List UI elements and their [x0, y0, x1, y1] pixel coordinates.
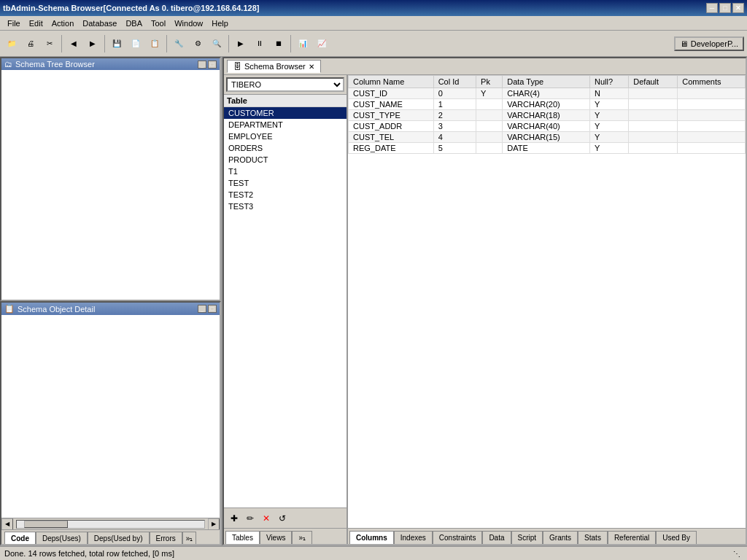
table-item-product[interactable]: PRODUCT: [224, 154, 347, 166]
schema-browser-close[interactable]: ✕: [309, 63, 314, 71]
table-list-header: Table: [224, 95, 347, 107]
schema-browser-body: TIBERO Table CUSTOMER DEPARTMENT EMPLOYE…: [224, 75, 746, 544]
schema-detail-content[interactable]: [1, 315, 220, 518]
menu-dba[interactable]: DBA: [121, 18, 147, 29]
table-item-orders[interactable]: ORDERS: [224, 142, 347, 154]
table-item-test3[interactable]: TEST3: [224, 201, 347, 212]
dgtab-grants[interactable]: Grants: [543, 531, 578, 544]
developer-button[interactable]: 🖥 DeveloperP...: [674, 36, 744, 51]
table-row[interactable]: CUST_TYPE2VARCHAR(18)Y: [349, 110, 746, 121]
toolbar-btn-12[interactable]: ▶: [232, 35, 249, 52]
schema-tree-maximize[interactable]: □: [208, 61, 217, 69]
schema-tree-title: Schema Tree Browser: [15, 60, 95, 69]
table-item-customer[interactable]: CUSTOMER: [224, 107, 347, 119]
table-item-test2[interactable]: TEST2: [224, 189, 347, 201]
table-row[interactable]: CUST_ADDR3VARCHAR(40)Y: [349, 121, 746, 132]
toolbar-btn-7[interactable]: 📄: [127, 35, 144, 52]
schema-tree-title-bar: 🗂 Schema Tree Browser: [4, 60, 95, 69]
tab-deps-used-by[interactable]: Deps(Used by): [88, 532, 150, 544]
left-panel: 🗂 Schema Tree Browser _ □ 📋 Schema Objec…: [0, 57, 222, 545]
dgtab-constraints[interactable]: Constraints: [433, 531, 483, 544]
table-item-department[interactable]: DEPARTMENT: [224, 119, 347, 131]
toolbar-btn-4[interactable]: ◀: [65, 35, 82, 52]
cell-pk: [476, 110, 503, 121]
toolbar-right: 🖥 DeveloperP...: [674, 36, 744, 51]
table-row[interactable]: CUST_ID0YCHAR(4)N: [349, 88, 746, 99]
dgtab-indexes[interactable]: Indexes: [394, 531, 433, 544]
table-row[interactable]: CUST_NAME1VARCHAR(20)Y: [349, 99, 746, 110]
toolbar-btn-9[interactable]: 🔧: [170, 35, 187, 52]
table-list-content[interactable]: CUSTOMER DEPARTMENT EMPLOYEE ORDERS PROD…: [224, 107, 347, 508]
table-item-t1[interactable]: T1: [224, 166, 347, 177]
tl-delete-btn[interactable]: ✕: [259, 511, 274, 526]
toolbar-btn-15[interactable]: 📊: [294, 35, 311, 52]
cell-col_id: 2: [433, 110, 476, 121]
schema-tree-content[interactable]: [1, 70, 220, 300]
table-item-test[interactable]: TEST: [224, 177, 347, 189]
toolbar-btn-14[interactable]: ⏹: [270, 35, 287, 52]
toolbar-btn-10[interactable]: ⚙: [189, 35, 206, 52]
tl-edit-btn[interactable]: ✏: [243, 511, 258, 526]
table-row[interactable]: REG_DATE5DATEY: [349, 143, 746, 154]
tab-deps-uses[interactable]: Deps(Uses): [36, 532, 88, 544]
dgtab-referential[interactable]: Referential: [608, 531, 656, 544]
data-grid-panel: Column Name Col Id Pk Data Type Null? De…: [348, 75, 746, 544]
cell-pk: [476, 121, 503, 132]
cell-pk: [476, 143, 503, 154]
cell-data_type: VARCHAR(18): [503, 110, 590, 121]
toolbar-btn-13[interactable]: ⏸: [251, 35, 268, 52]
tab-code[interactable]: Code: [4, 532, 36, 544]
dgtab-used-by[interactable]: Used By: [656, 531, 697, 544]
toolbar-btn-2[interactable]: 🖨: [22, 35, 39, 52]
dgtab-script[interactable]: Script: [511, 531, 543, 544]
tltab-more[interactable]: »₁: [292, 531, 312, 544]
toolbar-btn-11[interactable]: 🔍: [208, 35, 225, 52]
minimize-button[interactable]: ─: [706, 3, 718, 13]
toolbar-btn-8[interactable]: 📋: [146, 35, 163, 52]
toolbar-btn-16[interactable]: 📈: [313, 35, 330, 52]
table-item-employee[interactable]: EMPLOYEE: [224, 131, 347, 142]
col-header-column-name: Column Name: [349, 76, 434, 88]
menu-edit[interactable]: Edit: [25, 18, 47, 29]
schema-detail-header: 📋 Schema Object Detail _ □: [1, 303, 220, 315]
close-button[interactable]: ✕: [732, 3, 744, 13]
tl-add-btn[interactable]: ✚: [227, 511, 241, 526]
schema-detail-maximize[interactable]: □: [208, 305, 217, 313]
col-header-comments: Comments: [678, 76, 746, 88]
cell-column_name: CUST_TEL: [349, 132, 434, 143]
scroll-right-btn[interactable]: ▶: [208, 518, 220, 530]
toolbar-btn-3[interactable]: ✂: [41, 35, 58, 52]
tltab-tables[interactable]: Tables: [225, 531, 260, 544]
schema-tree-minimize[interactable]: _: [198, 61, 206, 69]
tl-refresh-btn[interactable]: ↺: [275, 511, 290, 526]
schema-detail-minimize[interactable]: _: [198, 305, 206, 313]
resize-corner[interactable]: ⋱: [731, 548, 743, 559]
menu-action[interactable]: Action: [47, 18, 79, 29]
horizontal-scrollbar[interactable]: [16, 520, 205, 529]
tab-errors[interactable]: Errors: [150, 532, 182, 544]
data-grid[interactable]: Column Name Col Id Pk Data Type Null? De…: [348, 75, 746, 528]
restore-button[interactable]: □: [719, 3, 731, 13]
cell-column_name: REG_DATE: [349, 143, 434, 154]
dgtab-stats[interactable]: Stats: [578, 531, 608, 544]
cell-null: Y: [589, 121, 628, 132]
schema-select[interactable]: TIBERO: [226, 77, 344, 92]
dgtab-data[interactable]: Data: [482, 531, 511, 544]
toolbar-btn-5[interactable]: ▶: [84, 35, 101, 52]
schema-detail-controls: _ □: [198, 305, 217, 313]
toolbar-btn-1[interactable]: 📁: [3, 35, 20, 52]
tab-more[interactable]: »₁: [182, 532, 197, 544]
cell-pk: [476, 99, 503, 110]
menu-window[interactable]: Window: [170, 18, 207, 29]
menu-file[interactable]: File: [3, 18, 25, 29]
schema-browser-title-text: Schema Browser: [244, 62, 306, 71]
menu-help[interactable]: Help: [207, 18, 233, 29]
menu-tool[interactable]: Tool: [147, 18, 170, 29]
table-row[interactable]: CUST_TEL4VARCHAR(15)Y: [349, 132, 746, 143]
scroll-left-btn[interactable]: ◀: [1, 518, 13, 530]
toolbar-btn-6[interactable]: 💾: [108, 35, 125, 52]
dgtab-columns[interactable]: Columns: [349, 531, 394, 544]
tltab-views[interactable]: Views: [260, 531, 293, 544]
menu-database[interactable]: Database: [78, 18, 121, 29]
scrollbar-thumb[interactable]: [24, 521, 68, 528]
